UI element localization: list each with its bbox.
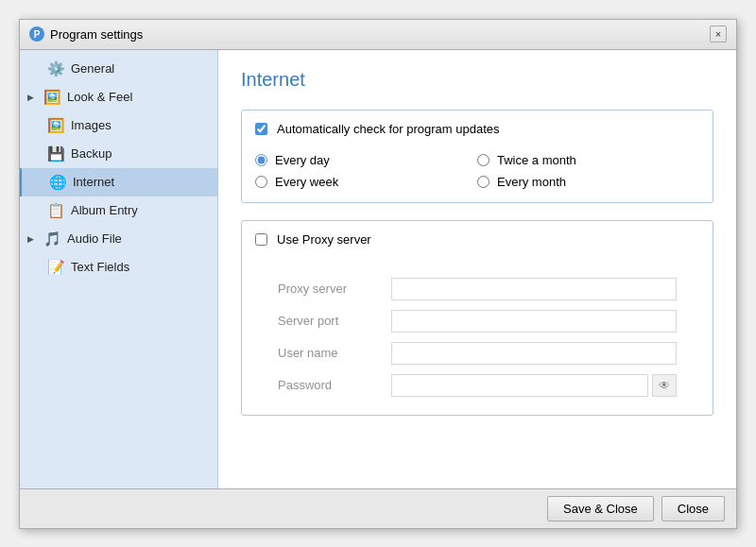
auto-update-checkbox[interactable] xyxy=(255,123,267,135)
radio-every-week: Every week xyxy=(255,175,477,189)
sidebar-arrow-look-feel: ▶ xyxy=(24,93,37,102)
sidebar-item-images[interactable]: 🖼️Images xyxy=(20,111,217,140)
app-icon: P xyxy=(29,26,44,42)
server-port-input[interactable] xyxy=(391,310,677,333)
radio-twice-month-input[interactable] xyxy=(477,154,490,166)
proxy-server-input[interactable] xyxy=(391,278,677,300)
page-title: Internet xyxy=(241,69,713,91)
radio-every-day-label[interactable]: Every day xyxy=(275,153,330,167)
sidebar-label-album-entry: Album Entry xyxy=(71,203,138,217)
user-name-label: User name xyxy=(270,337,384,369)
password-label: Password xyxy=(270,369,384,402)
window-title: Program settings xyxy=(50,27,143,42)
radio-twice-month: Twice a month xyxy=(477,153,699,167)
radio-every-week-input[interactable] xyxy=(255,176,267,188)
proxy-section: Use Proxy server Proxy server xyxy=(241,220,713,416)
sidebar-item-album-entry[interactable]: 📋Album Entry xyxy=(20,197,217,225)
frequency-grid: Every day Twice a month Every week Every… xyxy=(242,147,713,202)
sidebar-item-internet[interactable]: 🌐Internet xyxy=(20,168,217,197)
server-port-label: Server port xyxy=(270,305,384,337)
auto-update-header: Automatically check for program updates xyxy=(242,111,713,147)
sidebar-label-internet: Internet xyxy=(73,175,114,189)
main-content: Internet Automatically check for program… xyxy=(218,50,736,488)
title-bar-left: P Program settings xyxy=(29,26,143,42)
radio-every-month-input[interactable] xyxy=(477,176,490,188)
server-port-row: Server port xyxy=(270,305,684,337)
password-row: Password 👁 xyxy=(270,369,684,402)
password-toggle-button[interactable]: 👁 xyxy=(652,374,677,397)
radio-every-month: Every month xyxy=(477,175,699,189)
proxy-label[interactable]: Use Proxy server xyxy=(277,232,371,247)
sidebar-icon-text-fields: 📝 xyxy=(46,258,65,277)
sidebar-arrow-audio-file: ▶ xyxy=(24,234,37,244)
sidebar-item-general[interactable]: ⚙️General xyxy=(20,55,217,83)
sidebar-icon-audio-file: 🎵 xyxy=(43,230,61,248)
title-bar: P Program settings × xyxy=(20,20,736,50)
password-input[interactable] xyxy=(391,374,648,397)
auto-update-section: Automatically check for program updates … xyxy=(241,110,713,203)
sidebar-label-text-fields: Text Fields xyxy=(71,260,129,274)
password-field-group: 👁 xyxy=(391,374,677,397)
sidebar-icon-internet: 🌐 xyxy=(48,173,67,192)
sidebar-label-look-feel: Look & Feel xyxy=(67,90,132,104)
sidebar-item-backup[interactable]: 💾Backup xyxy=(20,140,217,168)
sidebar-label-images: Images xyxy=(71,118,112,132)
proxy-server-row: Proxy server xyxy=(270,273,684,305)
save-close-button[interactable]: Save & Close xyxy=(547,496,654,521)
sidebar-item-text-fields[interactable]: 📝Text Fields xyxy=(20,253,217,282)
proxy-fields: Proxy server Server port xyxy=(242,258,713,415)
sidebar-icon-album-entry: 📋 xyxy=(46,201,65,220)
proxy-header: Use Proxy server xyxy=(242,221,713,258)
sidebar-icon-backup: 💾 xyxy=(46,145,65,163)
sidebar-item-look-feel[interactable]: ▶🖼️Look & Feel xyxy=(20,83,217,111)
close-button[interactable]: Close xyxy=(662,496,725,521)
radio-every-week-label[interactable]: Every week xyxy=(275,175,338,189)
sidebar-label-general: General xyxy=(71,61,114,76)
sidebar-label-audio-file: Audio File xyxy=(67,231,122,246)
program-settings-window: P Program settings × ⚙️General▶🖼️Look & … xyxy=(19,19,737,529)
sidebar-label-backup: Backup xyxy=(71,146,112,161)
server-port-cell xyxy=(384,305,684,337)
proxy-server-cell xyxy=(384,273,684,305)
user-name-cell xyxy=(384,337,684,369)
content-area: ⚙️General▶🖼️Look & Feel🖼️Images💾Backup🌐I… xyxy=(20,50,736,488)
radio-twice-month-label[interactable]: Twice a month xyxy=(497,153,576,167)
sidebar-icon-look-feel: 🖼️ xyxy=(43,88,61,107)
proxy-checkbox[interactable] xyxy=(255,233,267,246)
user-name-input[interactable] xyxy=(391,342,677,365)
sidebar-item-audio-file[interactable]: ▶🎵Audio File xyxy=(20,225,217,253)
radio-every-month-label[interactable]: Every month xyxy=(497,175,566,189)
proxy-form-table: Proxy server Server port xyxy=(270,273,684,402)
radio-every-day-input[interactable] xyxy=(255,154,267,166)
proxy-server-label: Proxy server xyxy=(270,273,384,305)
radio-every-day: Every day xyxy=(255,153,477,167)
user-name-row: User name xyxy=(270,337,684,369)
sidebar-icon-images: 🖼️ xyxy=(46,116,65,135)
sidebar-icon-general: ⚙️ xyxy=(46,60,65,78)
bottom-bar: Save & Close Close xyxy=(20,488,736,528)
auto-update-label[interactable]: Automatically check for program updates xyxy=(277,122,500,136)
window-close-button[interactable]: × xyxy=(710,26,727,43)
sidebar: ⚙️General▶🖼️Look & Feel🖼️Images💾Backup🌐I… xyxy=(20,50,218,488)
password-cell: 👁 xyxy=(384,369,684,402)
